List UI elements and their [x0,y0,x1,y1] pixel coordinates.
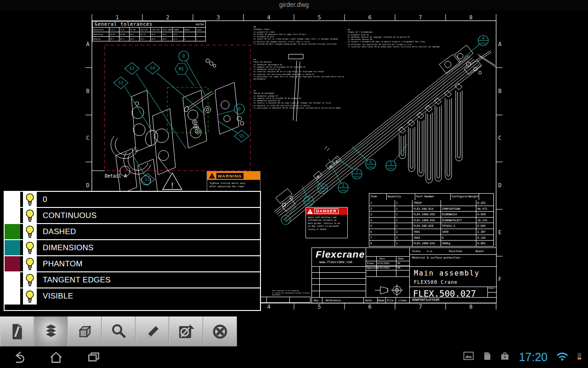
material-label: Material & surface protection [412,256,460,259]
svg-text:!: ! [170,182,174,190]
layer-visibility-bulb-icon[interactable] [23,224,37,239]
projection-symbol [374,284,407,297]
svg-text:2: 2 [166,14,169,21]
tolerances-row: General±0.1±0.1±0.2±0.3±0.5±0.8±1.2mL [93,37,205,41]
svg-text:P007: P007 [306,202,311,205]
svg-text:P002: P002 [481,42,486,45]
danger-label: !DANGER Apply Safe Working Load informat… [305,207,348,238]
orbit-off-button[interactable] [169,316,203,346]
svg-text:P006: P006 [340,189,346,192]
markup-button[interactable] [136,316,170,346]
layer-name: TANGENT EDGES [43,272,111,288]
layer-row[interactable]: CONTINUOUS [5,208,260,224]
clock: 17:20 [519,351,548,364]
drawing-number: FLEX.500.027 [413,288,476,299]
layer-row[interactable]: TANGENT EDGES [5,272,260,288]
svg-text:5: 5 [317,304,321,310]
detail-a-label: Detail A [105,173,127,178]
svg-text:7: 7 [418,14,422,21]
svg-text:F: F [498,276,501,282]
file-label: File: [387,299,395,302]
svg-text:2: 2 [284,218,287,222]
svg-text:7: 7 [356,169,358,174]
svg-text:!: ! [310,210,311,214]
svg-text:D: D [86,182,89,189]
flexcrane-logo: Flexcrane [316,249,365,260]
sdcard-status-icon [481,349,493,365]
layer-visibility-bulb-icon[interactable] [23,288,37,305]
layer-row[interactable]: PHANTOM [5,256,260,272]
shop-status-icon [498,349,511,365]
svg-text:4: 4 [267,304,270,310]
svg-text:C: C [86,135,89,141]
recents-button[interactable] [85,350,102,367]
zoom-button[interactable] [102,316,136,346]
svg-text:8: 8 [469,304,472,310]
home-button[interactable] [48,350,64,367]
close-button[interactable] [203,316,237,346]
layer-visibility-bulb-icon[interactable] [23,272,37,288]
tolerances-row: Dimensions0.5-3>3-6>6-30>30-120>120-315>… [93,28,205,32]
layer-visibility-bulb-icon[interactable] [23,192,37,207]
file-icon [8,322,26,341]
file-value: crane [398,299,407,302]
parts-table-row: 31FLEX.1000.055ECWOBW31A9.958 [369,212,493,218]
svg-text:7: 7 [418,304,422,310]
layer-visibility-bulb-icon[interactable] [23,240,37,255]
svg-text:P001: P001 [388,167,394,170]
svg-text:S2: S2 [119,80,124,85]
drawn-date: 8/31/2012 [377,262,390,264]
tolerances-row: Machining±0.05±0.05±0.1±0.15±0.2±0.3±0.5… [93,32,205,37]
parts-table-row: 41FLEX.1000.055ECWOBWTALEFT10.235 [369,218,493,224]
parts-table-header: Item NumberQuantityPart NumberConfigurat… [369,194,493,200]
parts-table-row: 62700119502.387 [369,229,493,235]
svg-text:D: D [182,54,185,58]
svg-text:A: A [86,41,90,47]
svg-text:S5: S5 [239,134,244,138]
danger-title: DANGER [314,208,339,214]
layer-row[interactable]: VISIBLE [5,288,260,305]
scale-value: n.a. [427,249,433,253]
back-button[interactable] [10,350,27,367]
svg-text:A: A [498,41,502,47]
layer-name: DIMENSIONS [43,240,94,255]
svg-text:6: 6 [321,184,323,189]
svg-text:!: ! [211,174,213,178]
3d-view-button[interactable] [68,316,102,346]
parts-table-row: 117002P0.262 [369,200,493,206]
approved-label: Approved [367,266,378,269]
parts-table-row: 21FLEX.500.014CRMPSUPTO4N40.472 [369,206,493,212]
layer-visibility-bulb-icon[interactable] [23,208,37,223]
layer-color-swatch [5,240,20,255]
layer-name: 0 [43,192,47,207]
parts-table-row: 81FLEX.1000.043500kg0.081 [369,241,493,247]
svg-text:S3: S3 [130,66,135,71]
svg-text:5: 5 [317,14,321,21]
date-header: Date [379,257,385,260]
warning-body: Tighten trolley bolts only after adjusti… [207,180,260,190]
reference-label: Reference [326,299,341,302]
scale-label: Scale [412,249,420,253]
tolerances-title: General tolerances [93,22,153,27]
battery-icon [575,349,583,365]
layer-visibility-bulb-icon[interactable] [23,256,37,271]
svg-text:B: B [86,88,89,94]
svg-text:D: D [238,107,240,111]
position-label: Position [449,249,462,253]
svg-text:4: 4 [482,36,484,40]
layer-row[interactable]: DIMENSIONS [5,240,260,256]
layer-name: CONTINUOUS [43,208,96,223]
svg-text:E: E [498,229,501,236]
rev-label: Rev [314,299,319,302]
drawn-label: Drawn [367,262,374,264]
layer-row[interactable]: 0 [5,192,260,208]
pencil-icon [143,322,162,341]
magnifier-icon [109,322,128,341]
layer-row[interactable]: DASHED [5,224,260,240]
layers-button[interactable] [34,316,68,346]
drawing-subtitle: FLEX500 Crane [414,279,458,285]
svg-text:B: B [498,88,501,94]
file-button[interactable] [0,316,34,346]
layer-color-swatch [5,208,20,223]
orbit-off-icon [177,322,195,341]
